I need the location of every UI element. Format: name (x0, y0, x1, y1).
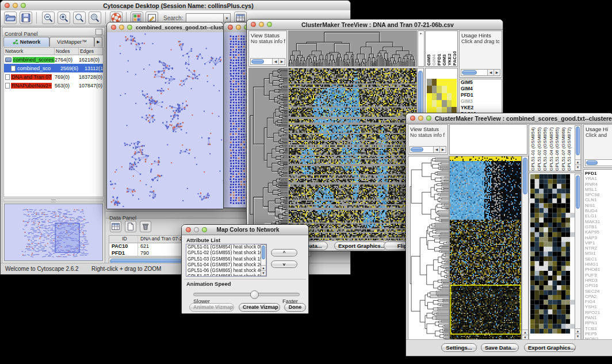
slider-thumb[interactable] (250, 290, 259, 299)
matrix-cell[interactable] (427, 100, 432, 107)
close-icon[interactable] (186, 227, 191, 232)
tv1-column-dendrogram[interactable] (288, 30, 417, 67)
gene-label[interactable]: SPC98 (584, 192, 612, 197)
gene-label[interactable]: ELG1 (584, 213, 612, 219)
usage-hints-hscrollbar[interactable]: ◀▶ (461, 69, 500, 76)
attribute-item[interactable]: GPL51-04 (GSM857) heat shock 20 min (186, 262, 261, 268)
scroll-left-icon[interactable]: ◀ (272, 59, 278, 64)
close-icon[interactable] (410, 116, 415, 121)
attribute-item[interactable]: GPL51-03 (GSM856) heat shock 15 min (186, 256, 261, 262)
matrix-cell[interactable] (447, 93, 452, 100)
scroll-right-icon[interactable]: ▶ (494, 70, 500, 75)
attribute-item[interactable]: GPL51-07 (GSM868) heat shock 60 min (186, 274, 261, 277)
matrix-cell[interactable] (442, 93, 447, 100)
scroll-down-icon[interactable]: ▼ (575, 334, 580, 339)
gene-label[interactable]: SEC1 (584, 256, 612, 262)
panel-splitter[interactable] (3, 198, 104, 202)
gene-label[interactable]: CLN1 (584, 197, 612, 202)
matrix-cell[interactable] (452, 79, 457, 86)
gene-label[interactable]: SEC24 (584, 289, 612, 294)
create-vizmap-button[interactable]: Create Vizmap (239, 303, 280, 312)
scroll-thumb[interactable] (576, 127, 580, 155)
matrix-cell[interactable] (452, 86, 457, 93)
gene-label[interactable]: GPI16 (584, 283, 612, 288)
gene-label[interactable]: PHO81 (584, 267, 612, 272)
network-list-row[interactable]: RNAPuberNov2+563(0)107847(0) (4, 81, 103, 90)
dialog-title-bar[interactable]: Map Colors to Network (182, 225, 308, 235)
tv1-arrow-strip[interactable]: ▸ (418, 30, 424, 67)
minimize-icon[interactable] (119, 25, 124, 30)
gene-label[interactable]: RPO21 (584, 310, 612, 315)
main-title-bar[interactable]: Cytoscape Desktop (Session Name: collins… (1, 1, 350, 11)
tab-vizmapper[interactable]: VizMapper™ (49, 37, 94, 47)
attribute-item[interactable]: GPL51-06 (GSM865) heat shock 40 min (186, 268, 261, 274)
row-dendrogram-canvas[interactable] (249, 68, 288, 242)
gene-label[interactable]: FIG4 (584, 299, 612, 304)
gene-label[interactable]: NIS1 (584, 203, 612, 208)
gene-label[interactable]: HMG1 (584, 262, 612, 267)
view-status-hscrollbar[interactable]: ◀▶ (410, 146, 446, 153)
tv2-row-dendrogram[interactable] (408, 156, 449, 341)
gene-label[interactable]: VIP1 (584, 240, 612, 246)
search-dropdown-button[interactable]: ▼ (223, 13, 231, 22)
matrix-cell[interactable] (437, 79, 442, 86)
new-attribute-button[interactable] (125, 221, 136, 232)
minimize-icon[interactable] (259, 22, 264, 27)
zoom-window-icon[interactable] (426, 116, 431, 121)
gene-label[interactable]: RNR4 (584, 182, 612, 187)
float-panel-icon[interactable] (95, 29, 102, 35)
col-id[interactable]: ID (109, 236, 138, 243)
tv2-column-dendrogram[interactable] (449, 124, 527, 155)
gene-label[interactable]: PFD1 (584, 171, 612, 176)
col-nodes[interactable]: Nodes (55, 48, 79, 55)
birdseye-canvas[interactable] (5, 204, 102, 260)
gene-label[interactable]: PAN1 (584, 315, 612, 320)
tv2-labels-vscrollbar[interactable]: ▲ ▼ (575, 125, 581, 171)
scroll-right-icon[interactable]: ▶ (439, 147, 446, 152)
animation-speed-slider[interactable] (193, 293, 300, 296)
gene-label[interactable]: MSI1 (584, 251, 612, 256)
combined-heatmap-canvas[interactable] (450, 156, 521, 340)
close-icon[interactable] (228, 25, 233, 30)
zoom-window-icon[interactable] (127, 25, 132, 30)
matrix-cell[interactable] (442, 86, 447, 93)
tv1-heatmap[interactable] (288, 68, 417, 242)
gene-label[interactable]: MAK31 (584, 219, 612, 224)
move-down-button[interactable]: v (271, 260, 297, 268)
gene-label[interactable]: PEP5 (584, 331, 612, 336)
animate-vizmap-button[interactable]: Animate Vizmap (189, 303, 234, 312)
row-dendrogram-canvas[interactable] (408, 156, 449, 340)
zoom-heatmap-canvas[interactable] (530, 174, 575, 334)
matrix-cell[interactable] (432, 100, 437, 107)
minimize-icon[interactable] (13, 3, 18, 8)
attribute-select-button[interactable] (110, 221, 121, 232)
attribute-list-vscrollbar[interactable]: ▲ ▼ (261, 244, 266, 276)
scroll-left-icon[interactable]: ◀ (487, 70, 494, 75)
save-session-button[interactable] (20, 12, 32, 24)
gene-label[interactable]: HRD3 (584, 278, 612, 283)
delete-attribute-button[interactable] (140, 221, 151, 232)
gene-label[interactable]: HAP3 (584, 235, 612, 240)
tab-network[interactable]: Network (3, 37, 49, 47)
zoom-window-icon[interactable] (267, 22, 272, 27)
network-list-row[interactable]: combined_sco2569(6)13112(15) (4, 64, 103, 72)
network-list-row[interactable]: combined_scores2764(0)16218(0) (4, 55, 103, 64)
col-network[interactable]: Network (4, 48, 55, 55)
gene-label[interactable]: NTR2 (584, 246, 612, 251)
network-canvas-1[interactable] (107, 32, 223, 209)
network-list-row[interactable]: DNA and Tran 07769(0)183728(0) (4, 72, 103, 81)
settings-button[interactable]: Settings... (441, 343, 477, 352)
matrix-cell[interactable] (437, 100, 442, 107)
scroll-down-icon[interactable]: ▼ (261, 270, 266, 275)
scroll-thumb[interactable] (462, 70, 477, 75)
zoom-window-icon[interactable] (202, 227, 207, 232)
matrix-cell[interactable] (447, 100, 452, 107)
birdseye-view[interactable] (4, 204, 103, 261)
net1-title-bar[interactable]: combined_scores_good.txt--cluste... (107, 22, 223, 33)
dna-heatmap-canvas[interactable] (289, 68, 416, 242)
matrix-cell[interactable] (427, 86, 432, 93)
tv1-row-dendrogram[interactable] (248, 68, 288, 242)
gene-label[interactable]: KAP95 (584, 229, 612, 235)
tv2-heatmap[interactable] (449, 156, 522, 341)
scroll-thumb[interactable] (262, 246, 265, 259)
